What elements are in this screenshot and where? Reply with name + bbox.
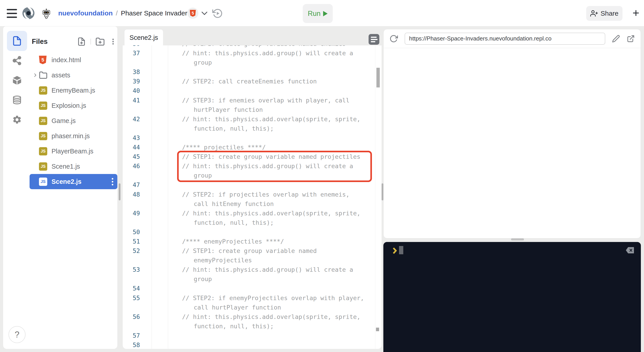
line-number: 47 — [123, 180, 152, 190]
code-text — [168, 133, 182, 143]
editor-options-icon[interactable] — [368, 34, 379, 45]
fold-gutter — [152, 152, 168, 162]
fold-gutter — [152, 77, 168, 86]
fold-gutter — [152, 218, 168, 227]
line-number: 41 — [123, 96, 152, 105]
fold-gutter — [152, 322, 168, 331]
chevron-down-icon[interactable] — [201, 11, 208, 16]
file-kebab-menu-icon[interactable] — [112, 178, 113, 185]
preview-url-input[interactable] — [405, 33, 605, 45]
code-line: 55 // STEP2: if enemyProjectiles overlap… — [123, 293, 382, 303]
add-file-icon[interactable] — [77, 37, 86, 46]
code-line: function, null, this); — [123, 322, 382, 331]
files-kebab-menu-icon[interactable] — [109, 37, 117, 46]
editor-preview-resize-handle[interactable] — [382, 183, 383, 200]
refresh-icon[interactable] — [390, 34, 398, 43]
sidebar-item-files[interactable] — [7, 31, 27, 51]
header-divider — [90, 39, 91, 44]
history-icon[interactable] — [212, 8, 223, 19]
file-name: assets — [52, 72, 70, 79]
fold-gutter — [152, 105, 168, 115]
file-row-assets[interactable]: assets — [30, 68, 117, 83]
code-text: // STEP1: create group variable named pr… — [168, 152, 360, 162]
code-line: group — [123, 171, 382, 180]
fold-gutter — [152, 293, 168, 303]
console-terminal[interactable] — [383, 242, 641, 352]
code-line: 53 // hint: this.physics.add.group() wil… — [123, 265, 382, 274]
fold-gutter — [152, 45, 168, 48]
code-line: 43 — [123, 133, 382, 143]
editor-scrollbar-track — [375, 45, 375, 349]
backspace-clear-icon[interactable] — [625, 246, 634, 254]
file-row-Game.js[interactable]: JS Game.js — [30, 113, 117, 128]
js-file-icon: JS — [39, 102, 47, 110]
code-line: 42 // hint: this.physics.add.overlap(spr… — [123, 115, 382, 124]
code-text: // hint: this.physics.add.group() will c… — [168, 265, 353, 274]
line-number: 36 — [123, 45, 152, 48]
team-logo[interactable] — [22, 6, 36, 20]
run-button[interactable]: Run — [303, 4, 333, 23]
file-row-Scene1.js[interactable]: JS Scene1.js — [30, 159, 117, 174]
code-line: 40 — [123, 86, 382, 96]
fold-gutter — [152, 340, 168, 349]
fold-gutter — [152, 284, 168, 293]
sidebar-item-version-control[interactable] — [7, 50, 27, 71]
editor-scrollbar-thumb-secondary[interactable] — [376, 328, 379, 331]
line-number: 39 — [123, 77, 152, 86]
hamburger-menu-icon[interactable] — [7, 9, 17, 18]
editor-scrollbar-thumb[interactable] — [376, 68, 380, 87]
files-panel-title: Files — [32, 37, 48, 46]
line-number — [123, 199, 152, 209]
line-number: 53 — [123, 265, 152, 274]
code-text: // hint: this.physics.add.group() will c… — [168, 162, 353, 171]
fold-gutter — [152, 209, 168, 218]
fold-gutter — [152, 312, 168, 322]
code-text: function, null, this); — [168, 218, 274, 227]
code-line: hurtPlayer function — [123, 105, 382, 115]
tab-scene2-js[interactable]: Scene2.js — [124, 29, 163, 46]
js-file-icon: JS — [39, 177, 47, 186]
code-text: // hint: this.physics.add.overlap(sprite… — [168, 115, 360, 124]
file-row-index.html[interactable]: 5 index.html — [30, 52, 117, 68]
code-line: 41 // STEP3: if enemies overlap with pla… — [123, 96, 382, 105]
html-file-icon: 5 — [39, 56, 46, 64]
code-text: group — [168, 274, 212, 284]
file-name: Scene2.js — [52, 178, 82, 185]
open-in-new-tab-icon[interactable] — [627, 35, 635, 43]
fold-gutter-divider — [168, 45, 168, 349]
sidebar-item-database[interactable] — [7, 90, 27, 110]
file-row-EnemyBeam.js[interactable]: JS EnemyBeam.js — [30, 83, 117, 98]
code-line: 36 // STEP1: create group variable named… — [123, 45, 382, 48]
code-line: 44 /**** projectiles ****/ — [123, 143, 382, 152]
file-name: index.html — [52, 56, 81, 64]
tool-rail: ? — [3, 26, 26, 349]
sidebar-item-packages[interactable] — [7, 70, 27, 90]
files-editor-resize-handle[interactable] — [119, 183, 120, 200]
sidebar-item-settings[interactable] — [7, 110, 27, 130]
version-control-icon — [12, 56, 22, 65]
share-button[interactable]: Share — [586, 6, 622, 21]
code-text: hurtPlayer function — [168, 105, 263, 115]
help-button[interactable]: ? — [8, 326, 26, 343]
code-line: function, null, this); — [123, 124, 382, 133]
breadcrumb-team-link[interactable]: nuevofoundation — [58, 9, 113, 17]
fold-gutter — [152, 133, 168, 143]
file-row-PlayerBeam.js[interactable]: JS PlayerBeam.js — [30, 144, 117, 159]
code-text: call hitEnemy function — [168, 199, 274, 209]
chevron-right-icon[interactable] — [33, 73, 38, 78]
new-tab-plus-button[interactable]: + — [630, 5, 642, 21]
preview-console-drag-handle[interactable] — [511, 238, 524, 240]
line-number: 57 — [123, 331, 152, 340]
fold-gutter — [152, 303, 168, 312]
user-avatar-robot[interactable] — [42, 8, 51, 19]
code-text — [168, 227, 182, 237]
fold-gutter — [152, 143, 168, 152]
file-row-phaser.min.js[interactable]: JS phaser.min.js — [30, 128, 117, 144]
edit-pencil-icon[interactable] — [612, 35, 620, 43]
file-row-Scene2.js[interactable]: JS Scene2.js — [30, 174, 117, 189]
line-number: 51 — [123, 237, 152, 246]
code-text — [168, 340, 182, 349]
file-row-Explosion.js[interactable]: JS Explosion.js — [30, 98, 117, 113]
add-folder-icon[interactable] — [96, 37, 105, 46]
code-editor[interactable]: 36 // STEP1: create group variable named… — [123, 45, 382, 349]
